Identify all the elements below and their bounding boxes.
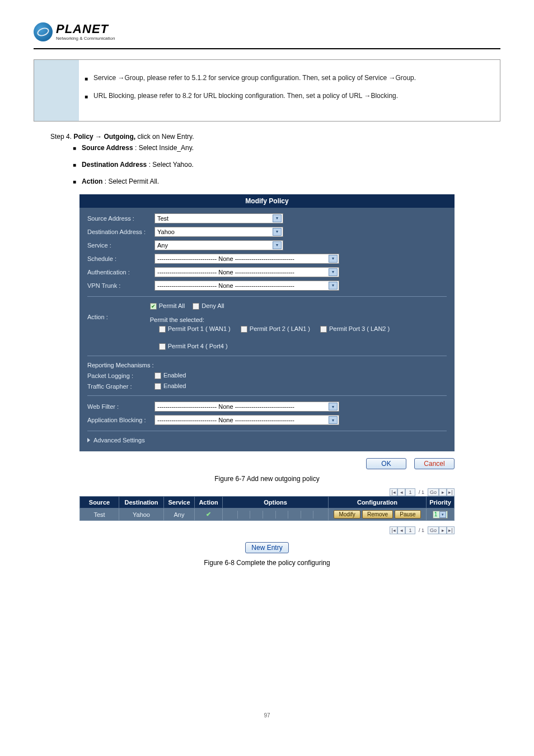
chevron-down-icon: ▾ — [329, 255, 338, 263]
bullet-icon: ■ — [73, 179, 76, 185]
checkbox-deny-all[interactable]: Deny All — [193, 302, 224, 310]
label-vpn-trunk: VPN Trunk : — [87, 282, 154, 289]
checkbox-permit-all[interactable]: ✔Permit All — [150, 302, 185, 310]
bullet-icon: ■ — [85, 74, 88, 83]
bullet-icon: ■ — [73, 162, 76, 169]
chevron-down-icon: ▾ — [273, 214, 282, 222]
pager-first-icon[interactable]: |◂ — [390, 488, 397, 496]
label-action: Action : — [87, 314, 150, 350]
chevron-down-icon: ▾ — [329, 282, 338, 290]
checkbox-permit-port-3[interactable]: Permit Port 3 ( LAN2 ) — [320, 325, 390, 333]
pager-go[interactable]: Go — [428, 526, 439, 534]
select-vpn-trunk[interactable]: ----------------------------- None -----… — [154, 281, 339, 291]
label-traffic-grapher: Traffic Grapher : — [87, 383, 154, 390]
step-line: Step 4. Policy → Outgoing, click on New … — [50, 133, 500, 141]
remove-button[interactable]: Remove — [362, 510, 393, 519]
cell-destination: Yahoo — [119, 508, 164, 521]
pager-go[interactable]: Go — [428, 488, 439, 496]
chevron-down-icon: ▾ — [329, 268, 338, 276]
chevron-down-icon: ▾ — [329, 416, 338, 424]
cell-action: ✔ — [195, 508, 223, 521]
chevron-down-icon: ▾ — [273, 228, 282, 236]
pager-first-icon[interactable]: |◂ — [390, 526, 397, 534]
advanced-settings-toggle[interactable]: Advanced Settings — [87, 437, 447, 444]
select-source-address[interactable]: Test ▾ — [154, 213, 283, 223]
note-text-2: URL Blocking, please refer to 8.2 for UR… — [93, 90, 398, 101]
figure-caption-1: Figure 6-7 Add new outgoing policy — [34, 475, 500, 483]
pager-next-icon[interactable]: ▸ — [439, 526, 447, 534]
pager-page[interactable]: 1 — [405, 526, 415, 534]
bullet-source: Source Address : Select Inside_Any. — [82, 144, 194, 152]
checkbox-traffic-grapher[interactable]: Enabled — [154, 382, 186, 390]
select-destination-address[interactable]: Yahoo ▾ — [154, 227, 283, 237]
logo-subtitle: Networking & Communication — [56, 36, 115, 41]
cell-priority: 1▾ — [427, 508, 455, 521]
label-reporting-mechanisms: Reporting Mechanisms : — [87, 362, 447, 368]
col-source: Source — [80, 497, 119, 508]
new-entry-button[interactable]: New Entry — [245, 542, 288, 553]
pager-prev-icon[interactable]: ◂ — [397, 526, 405, 534]
pager-bottom: |◂ ◂ 1 / 1 Go ▸ ▸| — [79, 526, 455, 534]
label-packet-logging: Packet Logging : — [87, 372, 154, 379]
bullet-icon: ■ — [85, 92, 88, 101]
triangle-right-icon — [87, 438, 90, 442]
label-schedule: Schedule : — [87, 255, 154, 262]
page-number: 97 — [34, 712, 500, 718]
checkbox-permit-port-4[interactable]: Permit Port 4 ( Port4 ) — [159, 343, 228, 350]
ok-button[interactable]: OK — [366, 458, 406, 469]
pager-last-icon[interactable]: ▸| — [447, 526, 455, 534]
col-service: Service — [164, 497, 195, 508]
pager-top: |◂ ◂ 1 / 1 Go ▸ ▸| — [79, 488, 455, 496]
cell-service: Any — [164, 508, 195, 521]
chevron-down-icon: ▾ — [273, 241, 282, 249]
pause-button[interactable]: Pause — [395, 510, 420, 519]
pager-page[interactable]: 1 — [405, 488, 415, 496]
pager-next-icon[interactable]: ▸ — [439, 488, 447, 496]
select-authentication[interactable]: ----------------------------- None -----… — [154, 267, 339, 277]
bullet-action: Action : Select Permit All. — [82, 178, 159, 185]
select-web-filter[interactable]: ----------------------------- None -----… — [154, 402, 339, 412]
select-application-blocking[interactable]: ----------------------------- None -----… — [154, 415, 339, 425]
cell-options — [223, 508, 329, 521]
chevron-down-icon: ▾ — [439, 511, 446, 518]
logo-title: PLANET — [56, 23, 115, 35]
label-authentication: Authentication : — [87, 269, 154, 276]
col-options: Options — [223, 497, 329, 508]
table-row: Test Yahoo Any ✔ Modify Remove — [80, 508, 455, 521]
chevron-down-icon: ▾ — [329, 403, 338, 410]
label-service: Service : — [87, 242, 154, 249]
planet-globe-icon — [34, 22, 53, 41]
col-action: Action — [195, 497, 223, 508]
note-box: ■ Service →Group, please refer to 5.1.2 … — [34, 59, 500, 122]
policy-table: Source Destination Service Action Option… — [79, 496, 455, 521]
checkbox-packet-logging[interactable]: Enabled — [154, 372, 186, 379]
pager-total: / 1 — [415, 526, 428, 534]
cell-source: Test — [80, 508, 119, 521]
select-service[interactable]: Any ▾ — [154, 240, 283, 250]
header-rule — [34, 48, 500, 49]
col-priority: Priority — [427, 497, 455, 508]
col-destination: Destination — [119, 497, 164, 508]
label-destination-address: Destination Address : — [87, 228, 154, 235]
label-permit-selected: Permit the selected: — [150, 316, 447, 323]
label-web-filter: Web Filter : — [87, 403, 154, 410]
pager-total: / 1 — [415, 488, 428, 496]
label-source-address: Source Address : — [87, 215, 154, 222]
note-sidebar — [34, 60, 79, 121]
pager-prev-icon[interactable]: ◂ — [397, 488, 405, 496]
label-application-blocking: Application Blocking : — [87, 417, 154, 423]
logo: PLANET Networking & Communication — [34, 22, 500, 41]
cancel-button[interactable]: Cancel — [414, 458, 455, 469]
checkbox-permit-port-2[interactable]: Permit Port 2 ( LAN1 ) — [241, 325, 310, 333]
bullet-destination: Destination Address : Select Yahoo. — [82, 161, 194, 169]
panel-title: Modify Policy — [79, 194, 455, 208]
modify-button[interactable]: Modify — [334, 510, 360, 519]
modify-policy-panel: Modify Policy Source Address : Test ▾ De… — [79, 194, 455, 451]
select-schedule[interactable]: ----------------------------- None -----… — [154, 254, 339, 264]
bullet-icon: ■ — [73, 145, 76, 152]
pager-last-icon[interactable]: ▸| — [447, 488, 455, 496]
priority-select[interactable]: 1▾ — [433, 511, 448, 519]
checkbox-permit-port-1[interactable]: Permit Port 1 ( WAN1 ) — [159, 325, 231, 333]
check-icon: ✔ — [206, 511, 211, 517]
cell-configuration: Modify Remove Pause — [329, 508, 427, 521]
